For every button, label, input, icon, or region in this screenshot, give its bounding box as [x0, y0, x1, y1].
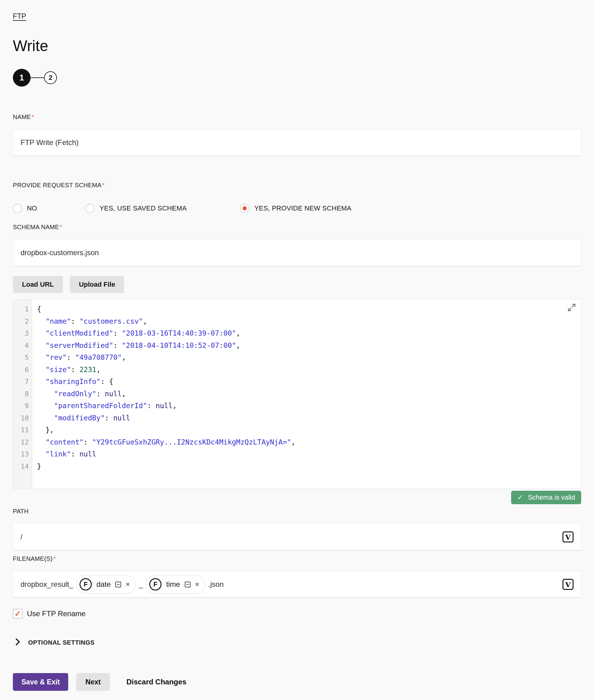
write-step-form: FTP Write 1 2 NAME* FTP Write (Fetch) PR…: [0, 0, 594, 691]
code-editor-content[interactable]: { "name": "customers.csv", "clientModifi…: [32, 299, 581, 488]
step-1-indicator[interactable]: 1: [13, 69, 31, 87]
line-number: 13: [13, 448, 32, 460]
filename-chip-time[interactable]: F time ×: [146, 575, 205, 594]
line-number: 3: [13, 327, 32, 340]
radio-label: NO: [27, 204, 37, 212]
check-icon: ✓: [517, 494, 523, 502]
optional-settings-toggle[interactable]: OPTIONAL SETTINGS: [13, 638, 581, 647]
filename-separator: _: [139, 580, 143, 588]
code-line[interactable]: {: [37, 303, 581, 315]
line-number: 4: [13, 340, 32, 352]
radio-label: YES, USE SAVED SCHEMA: [99, 204, 187, 212]
code-line[interactable]: "modifiedBy": null: [37, 412, 581, 424]
breadcrumb: FTP: [13, 12, 581, 21]
chip-options-icon[interactable]: [115, 582, 121, 587]
name-input[interactable]: FTP Write (Fetch): [13, 129, 581, 156]
code-line[interactable]: "parentSharedFolderId": null,: [37, 400, 581, 412]
line-number: 6: [13, 364, 32, 376]
code-line[interactable]: "size": 2231,: [37, 364, 581, 376]
code-line[interactable]: "content": "Y29tcGFueSxhZGRy...I2NzcsKDc…: [37, 436, 581, 448]
code-editor[interactable]: 1234567891011121314 { "name": "customers…: [13, 299, 581, 489]
line-number: 8: [13, 388, 32, 400]
chip-remove-icon[interactable]: ×: [195, 581, 199, 588]
radio-icon[interactable]: [13, 204, 22, 213]
filenames-input[interactable]: dropbox_result_ F date × _ F time × .jso…: [13, 571, 581, 598]
line-number: 5: [13, 352, 32, 364]
radio-icon-selected[interactable]: [240, 204, 249, 213]
line-number: 1: [13, 303, 32, 315]
radio-icon[interactable]: [85, 204, 95, 213]
use-ftp-rename-checkbox[interactable]: ✓: [13, 609, 23, 618]
filenames-label: FILENAME(S)*: [13, 555, 581, 562]
field-badge-icon: F: [149, 578, 162, 591]
discard-changes-button[interactable]: Discard Changes: [126, 678, 186, 686]
path-input[interactable]: / V: [13, 523, 581, 550]
code-line[interactable]: },: [37, 424, 581, 436]
line-number: 2: [13, 315, 32, 328]
code-editor-gutter: 1234567891011121314: [13, 299, 32, 488]
breadcrumb-link-ftp[interactable]: FTP: [13, 12, 26, 20]
code-line[interactable]: "serverModified": "2018-04-10T14:10:52-0…: [37, 340, 581, 352]
save-exit-button[interactable]: Save & Exit: [13, 673, 68, 691]
variable-picker-icon[interactable]: V: [562, 579, 573, 590]
path-label: PATH: [13, 508, 581, 515]
page-title: Write: [13, 37, 581, 55]
provide-request-schema-radio-group: NO YES, USE SAVED SCHEMA YES, PROVIDE NE…: [13, 202, 581, 215]
step-connector: [31, 77, 44, 78]
chip-label: time: [166, 580, 180, 588]
required-asterisk: *: [53, 555, 56, 562]
checkmark-icon: ✓: [14, 610, 21, 618]
code-line[interactable]: "sharingInfo": {: [37, 376, 581, 388]
variable-picker-icon[interactable]: V: [562, 532, 573, 542]
chevron-right-icon: [15, 638, 20, 647]
use-ftp-rename-label: Use FTP Rename: [27, 609, 86, 618]
schema-valid-text: Schema is valid: [528, 494, 575, 502]
path-value: /: [21, 533, 23, 541]
code-line[interactable]: "rev": "49a708770",: [37, 352, 581, 364]
validation-row: ✓ Schema is valid: [13, 491, 581, 504]
chip-remove-icon[interactable]: ×: [126, 581, 130, 588]
line-number: 12: [13, 436, 32, 448]
required-asterisk: *: [60, 224, 62, 230]
required-asterisk: *: [102, 182, 105, 188]
load-url-button[interactable]: Load URL: [13, 276, 63, 293]
footer-actions: Save & Exit Next Discard Changes: [13, 673, 581, 691]
schema-name-input[interactable]: dropbox-customers.json: [13, 239, 581, 266]
chip-label: date: [96, 580, 111, 588]
line-number: 11: [13, 424, 32, 436]
schema-valid-badge: ✓ Schema is valid: [511, 491, 581, 504]
line-number: 14: [13, 460, 32, 473]
stepper: 1 2: [13, 69, 581, 87]
line-number: 9: [13, 400, 32, 412]
line-number: 7: [13, 376, 32, 388]
chip-options-icon[interactable]: [185, 582, 191, 587]
radio-option-no[interactable]: NO: [13, 204, 37, 213]
code-line[interactable]: "link": null: [37, 448, 581, 460]
code-line[interactable]: "name": "customers.csv",: [37, 315, 581, 328]
next-button[interactable]: Next: [76, 673, 110, 691]
code-line[interactable]: }: [37, 460, 581, 473]
required-asterisk: *: [32, 114, 34, 120]
filename-chip-date[interactable]: F date ×: [76, 575, 136, 594]
radio-label: YES, PROVIDE NEW SCHEMA: [254, 204, 352, 212]
name-label: NAME*: [13, 114, 581, 121]
expand-icon[interactable]: [567, 303, 576, 314]
radio-option-provide-new-schema[interactable]: YES, PROVIDE NEW SCHEMA: [240, 204, 352, 213]
code-line[interactable]: "clientModified": "2018-03-16T14:40:39-0…: [37, 327, 581, 340]
radio-option-use-saved-schema[interactable]: YES, USE SAVED SCHEMA: [85, 204, 187, 213]
step-2-indicator[interactable]: 2: [44, 71, 57, 84]
schema-name-value: dropbox-customers.json: [21, 248, 99, 257]
code-line[interactable]: "readOnly": null,: [37, 388, 581, 400]
schema-name-label: SCHEMA NAME*: [13, 224, 581, 231]
name-value: FTP Write (Fetch): [21, 138, 78, 147]
upload-file-button[interactable]: Upload File: [70, 276, 125, 293]
schema-actions: Load URL Upload File: [13, 276, 581, 293]
provide-request-schema-label: PROVIDE REQUEST SCHEMA*: [13, 182, 581, 189]
line-number: 10: [13, 412, 32, 424]
field-badge-icon: F: [79, 578, 92, 591]
filename-suffix: .json: [208, 580, 224, 588]
optional-settings-label: OPTIONAL SETTINGS: [28, 639, 95, 646]
use-ftp-rename-row[interactable]: ✓ Use FTP Rename: [13, 609, 581, 618]
filename-prefix: dropbox_result_: [21, 580, 73, 588]
